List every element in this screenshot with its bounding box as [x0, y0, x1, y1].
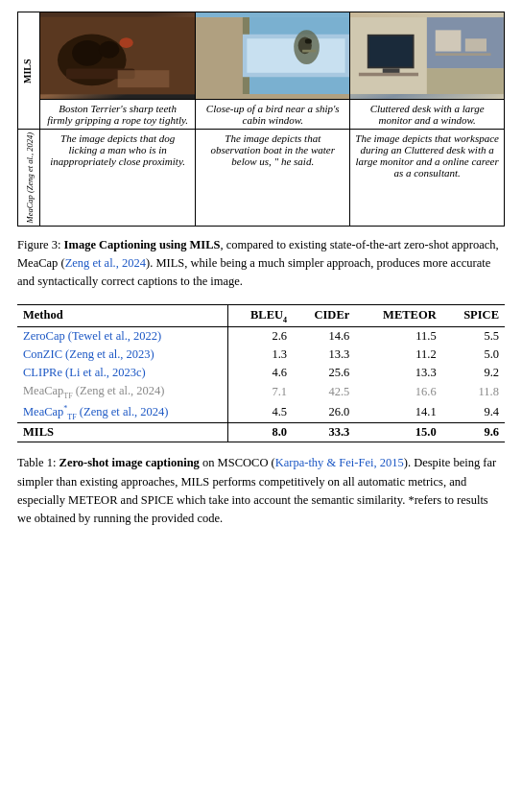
table-row: ConZIC (Zeng et al., 2023) 1.3 13.3 11.2…	[17, 346, 505, 364]
figure-caption: Figure 3: Image Captioning using MILS, c…	[17, 236, 505, 290]
dog-image	[40, 12, 195, 99]
figure-bold: Image Captioning using MILS	[64, 238, 221, 251]
mils-caption-bird: Close-up of a bird near a ship's cabin w…	[196, 100, 350, 130]
table-rest: on MSCOCO (	[200, 456, 275, 469]
desk-image	[350, 12, 504, 99]
svg-point-14	[305, 38, 312, 43]
meacap-captions-row: MeaCap (Zeng et al., 2024) The image dep…	[18, 130, 505, 227]
meacap-caption-dog: The image depicts that dog licking a man…	[40, 130, 196, 227]
cider-meacap-tf: 42.5	[293, 382, 355, 402]
meacap-caption-bird: The image depicts that observation boat …	[196, 130, 350, 227]
svg-rect-24	[436, 30, 462, 51]
col-bleu: BLEU4	[227, 304, 293, 327]
table-number: Table 1:	[17, 456, 56, 469]
figure-table: MILS	[17, 12, 505, 227]
table-row: MeaCap*TF (Zeng et al., 2024) 4.5 26.0 1…	[17, 402, 505, 423]
col-cider: CIDEr	[293, 304, 355, 327]
meteor-clipre: 13.3	[355, 364, 441, 382]
results-table-wrapper: Method BLEU4 CIDEr METEOR SPICE ZeroCap …	[17, 304, 505, 443]
svg-rect-6	[118, 70, 170, 87]
cider-conzic: 13.3	[293, 346, 355, 364]
spice-meacap-star: 9.4	[442, 402, 505, 423]
svg-rect-19	[427, 68, 504, 94]
bleu-clipre: 4.6	[227, 364, 293, 382]
meacap-row-label: MeaCap (Zeng et al., 2024)	[18, 130, 40, 227]
table-row: ZeroCap (Tewel et al., 2022) 2.6 14.6 11…	[17, 327, 505, 346]
col-meteor: METEOR	[355, 304, 441, 327]
svg-rect-15	[302, 50, 316, 53]
meteor-conzic: 11.2	[355, 346, 441, 364]
karpathy-link[interactable]: Karpa-thy & Fei-Fei, 2015	[275, 456, 404, 469]
bleu-conzic: 1.3	[227, 346, 293, 364]
svg-rect-21	[369, 36, 413, 67]
method-meacap-tf: MeaCapTF (Zeng et al., 2024)	[17, 382, 227, 402]
table-header-row: Method BLEU4 CIDEr METEOR SPICE	[17, 304, 505, 327]
meteor-meacap-star: 14.1	[355, 402, 441, 423]
table-caption: Table 1: Zero-shot image captioning on M…	[17, 454, 505, 529]
col-spice: SPICE	[442, 304, 505, 327]
figure-number: Figure 3:	[17, 238, 60, 251]
table-bold: Zero-shot image captioning	[59, 456, 200, 469]
spice-zerocap: 5.5	[442, 327, 505, 346]
svg-point-2	[72, 40, 103, 66]
mils-row-label: MILS	[18, 12, 40, 130]
bleu-mils: 8.0	[227, 423, 293, 442]
method-mils: MILS	[17, 423, 227, 442]
image-bird-cell	[196, 12, 350, 100]
meacap-caption-desk: The image depicts that workspace during …	[350, 130, 505, 227]
image-dog-cell	[40, 12, 196, 100]
cider-mils: 33.3	[293, 423, 355, 442]
meteor-meacap-tf: 16.6	[355, 382, 441, 402]
spice-conzic: 5.0	[442, 346, 505, 364]
svg-rect-23	[359, 73, 418, 77]
method-conzic: ConZIC (Zeng et al., 2023)	[17, 346, 227, 364]
table-row: MeaCapTF (Zeng et al., 2024) 7.1 42.5 16…	[17, 382, 505, 402]
svg-point-3	[99, 41, 119, 59]
bleu-meacap-tf: 7.1	[227, 382, 293, 402]
bleu-meacap-star: 4.5	[227, 402, 293, 423]
results-table: Method BLEU4 CIDEr METEOR SPICE ZeroCap …	[17, 304, 505, 443]
bird-image	[196, 12, 349, 99]
svg-rect-25	[465, 38, 486, 51]
spice-meacap-tf: 11.8	[442, 382, 505, 402]
spice-clipre: 9.2	[442, 364, 505, 382]
cider-clipre: 25.6	[293, 364, 355, 382]
svg-rect-26	[436, 53, 491, 56]
spice-mils: 9.6	[442, 423, 505, 442]
cider-meacap-star: 26.0	[293, 402, 355, 423]
meteor-mils: 15.0	[355, 423, 441, 442]
mils-captions-row: Boston Terrier's sharp teeth firmly grip…	[18, 100, 505, 130]
method-zerocap: ZeroCap (Tewel et al., 2022)	[17, 327, 227, 346]
mils-result-row: MILS 8.0 33.3 15.0 9.6	[17, 423, 505, 442]
mils-caption-desk: Cluttered desk with a large monitor and …	[350, 100, 505, 130]
meacap-link[interactable]: Zeng et al., 2024	[65, 256, 146, 270]
col-method: Method	[17, 304, 227, 327]
svg-point-5	[119, 37, 132, 48]
bleu-zerocap: 2.6	[227, 327, 293, 346]
image-row: MILS	[18, 12, 505, 100]
meteor-zerocap: 11.5	[355, 327, 441, 346]
table-row: CLIPRe (Li et al., 2023c) 4.6 25.6 13.3 …	[17, 364, 505, 382]
mils-caption-dog: Boston Terrier's sharp teeth firmly grip…	[40, 100, 196, 130]
svg-rect-8	[196, 17, 247, 94]
cider-zerocap: 14.6	[293, 327, 355, 346]
method-meacap-star-tf: MeaCap*TF (Zeng et al., 2024)	[17, 402, 227, 423]
image-desk-cell	[350, 12, 505, 100]
method-clipre: CLIPRe (Li et al., 2023c)	[17, 364, 227, 382]
